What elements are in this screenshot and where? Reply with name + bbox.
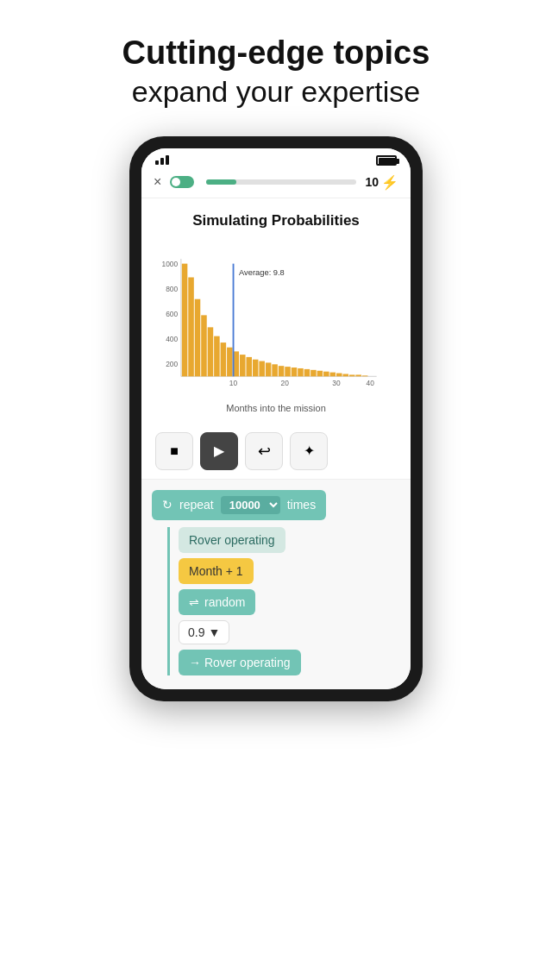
svg-text:400: 400 [166, 335, 178, 343]
chart-x-label: Months into the mission [155, 403, 397, 413]
shuffle-button[interactable]: ✦ [290, 432, 328, 470]
svg-rect-13 [221, 342, 227, 376]
progress-bar-fill [206, 179, 236, 185]
times-label: times [287, 498, 316, 512]
svg-rect-7 [182, 264, 188, 377]
svg-rect-30 [330, 373, 336, 377]
svg-rect-19 [259, 361, 265, 376]
random-block[interactable]: ⇌ random [179, 589, 255, 615]
svg-rect-21 [272, 364, 278, 376]
month-block[interactable]: Month + 1 [179, 558, 254, 584]
indent-group: Rover operating Month + 1 ⇌ random [167, 527, 400, 675]
svg-rect-9 [195, 299, 201, 377]
svg-text:10: 10 [229, 379, 238, 387]
rover-row: Rover operating [179, 527, 400, 553]
repeat-row: ↻ repeat 10000 1000 100 times [152, 490, 400, 520]
page-header: Cutting-edge topics expand your expertis… [0, 0, 552, 136]
battery-icon [376, 155, 397, 166]
svg-rect-27 [310, 370, 317, 376]
svg-text:800: 800 [166, 285, 178, 293]
svg-text:40: 40 [367, 379, 375, 387]
svg-rect-23 [285, 367, 291, 376]
signal-icon [155, 155, 169, 165]
value-block[interactable]: 0.9 ▼ [179, 620, 229, 644]
code-area: ↻ repeat 10000 1000 100 times [141, 480, 411, 689]
score-value: 10 [365, 175, 379, 189]
repeat-block[interactable]: ↻ repeat 10000 1000 100 times [152, 490, 326, 520]
svg-rect-8 [188, 277, 194, 376]
svg-text:600: 600 [166, 310, 178, 318]
page-subtitle: expand your expertise [52, 72, 500, 110]
svg-rect-33 [349, 374, 355, 376]
svg-rect-28 [317, 371, 323, 377]
svg-text:30: 30 [332, 379, 341, 387]
svg-rect-25 [298, 368, 304, 376]
svg-rect-11 [208, 327, 214, 376]
play-button[interactable]: ▶ [200, 432, 238, 470]
svg-rect-29 [323, 372, 329, 377]
svg-rect-15 [234, 351, 240, 376]
repeat-label: repeat [179, 498, 214, 512]
assign-row: → Rover operating [179, 650, 400, 675]
svg-rect-22 [279, 366, 285, 376]
phone-screen: × 10 ⚡ Simulating Probabilities 1000 800… [141, 148, 411, 689]
svg-rect-10 [201, 315, 207, 376]
status-bar [141, 148, 411, 169]
svg-rect-35 [362, 375, 368, 376]
repeat-icon: ↻ [162, 498, 172, 512]
controls-area: ■ ▶ ↩ ✦ [141, 424, 411, 480]
repeat-select[interactable]: 10000 1000 100 [221, 496, 280, 514]
histogram-chart: 1000 800 600 400 200 [155, 240, 397, 399]
svg-rect-24 [292, 368, 298, 376]
svg-text:200: 200 [166, 360, 178, 368]
svg-rect-31 [336, 373, 342, 376]
stop-button[interactable]: ■ [155, 432, 193, 470]
random-row: ⇌ random [179, 589, 400, 615]
svg-text:1000: 1000 [161, 260, 178, 268]
close-button[interactable]: × [154, 174, 161, 190]
progress-toggle[interactable] [170, 176, 194, 188]
svg-rect-20 [266, 362, 272, 376]
phone-device: × 10 ⚡ Simulating Probabilities 1000 800… [129, 136, 423, 701]
rover-block[interactable]: Rover operating [179, 527, 285, 553]
chart-title: Simulating Probabilities [155, 212, 397, 229]
code-block: ↻ repeat 10000 1000 100 times [152, 490, 400, 675]
svg-rect-16 [240, 355, 246, 376]
lightning-icon: ⚡ [381, 174, 398, 191]
svg-rect-34 [355, 374, 361, 376]
svg-rect-26 [304, 369, 310, 376]
dropdown-arrow-icon: ▼ [208, 625, 220, 639]
svg-rect-17 [246, 357, 252, 376]
svg-rect-12 [214, 336, 220, 377]
assign-block[interactable]: → Rover operating [179, 650, 301, 675]
page-title-bold: Cutting-edge topics [52, 35, 500, 72]
score-area: 10 ⚡ [365, 174, 398, 191]
svg-text:Average: 9.8: Average: 9.8 [239, 268, 285, 277]
chart-wrapper: 1000 800 600 400 200 [155, 240, 397, 399]
svg-text:20: 20 [281, 379, 290, 387]
svg-rect-18 [253, 360, 259, 377]
progress-bar [206, 179, 356, 185]
value-row: 0.9 ▼ [179, 620, 400, 644]
step-button[interactable]: ↩ [245, 432, 283, 470]
svg-rect-14 [227, 348, 233, 377]
content-area: Simulating Probabilities 1000 800 600 40… [141, 198, 411, 413]
month-row: Month + 1 [179, 558, 400, 584]
shuffle-icon: ⇌ [189, 595, 199, 609]
svg-rect-32 [342, 374, 348, 376]
top-bar: × 10 ⚡ [141, 169, 411, 198]
